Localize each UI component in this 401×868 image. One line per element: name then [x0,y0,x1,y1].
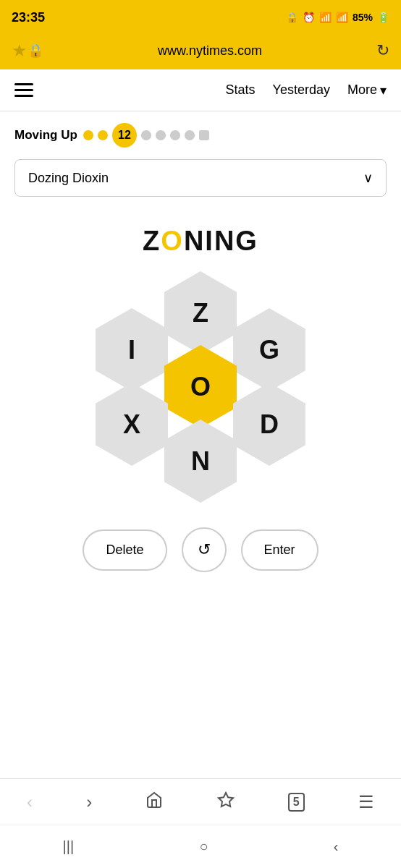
dots-container: 12 [83,123,209,148]
signal-icon: 📶 [336,12,348,23]
status-bar: 23:35 🔒 ⏰ 📶 📶 85% 🔋 [0,0,401,35]
action-buttons: Delete ↺ Enter [0,504,401,587]
game-word-section: ZONING [0,208,401,265]
lock-small-icon: 🔒 [286,12,298,23]
star-icon[interactable]: ★ [12,41,28,61]
moving-up-section: Moving Up 12 [0,111,401,153]
reset-button[interactable]: ↺ [182,527,227,572]
bookmark-button[interactable] [217,791,235,813]
dot-4 [141,130,151,140]
nav-links: Stats Yesterday More ▾ [226,82,387,98]
dot-5 [156,130,166,140]
dot-2 [98,130,108,140]
word-highlight: O [161,226,184,256]
chevron-down-icon: ▾ [380,82,387,98]
word-before: Z [143,226,161,256]
delete-button[interactable]: Delete [83,529,166,571]
hex-center-letter: O [190,374,211,400]
dropdown-box[interactable]: Dozing Dioxin ∨ [14,159,387,197]
tabs-button[interactable]: 5 [288,793,305,812]
hamburger-menu[interactable] [14,83,33,97]
dot-6 [170,130,180,140]
word-after: NING [184,226,258,256]
more-label: More [347,82,377,98]
enter-button[interactable]: Enter [241,529,318,571]
moving-up-row: Moving Up 12 [14,123,387,148]
battery-text: 85% [353,12,373,23]
hex-bottom-right[interactable]: D [233,383,305,466]
hamburger-line [14,95,33,97]
dot-active: 12 [112,123,137,148]
home-system-button[interactable]: ○ [199,838,208,855]
dot-7 [185,130,195,140]
dropdown-chevron: ∨ [363,170,373,186]
hex-top-left[interactable]: I [96,308,168,391]
status-icons: 🔒 ⏰ 📶 📶 85% 🔋 [286,12,389,23]
back-system-button[interactable]: ‹ [334,838,339,855]
honeycomb-section: Z I G O X D N [0,265,401,504]
reset-icon: ↺ [198,540,211,559]
url-bar: ★ 🔒 www.nytimes.com ↻ [0,35,401,69]
recent-apps-button[interactable]: ||| [63,838,75,855]
menu-button[interactable]: ☰ [358,792,374,812]
back-button[interactable]: ‹ [27,792,33,812]
status-time: 23:35 [12,10,45,25]
dot-1 [83,130,93,140]
forward-button[interactable]: › [86,792,92,812]
nav-bar: Stats Yesterday More ▾ [0,69,401,111]
hex-top[interactable]: Z [164,271,237,354]
hex-bottom-left[interactable]: X [96,383,168,466]
hex-top-right-letter: G [259,337,279,363]
dropdown-section: Dozing Dioxin ∨ [0,153,401,208]
home-button[interactable] [145,791,163,813]
svg-marker-0 [219,793,233,807]
bottom-nav: ‹ › 5 ☰ [0,778,401,825]
hex-top-letter: Z [193,300,208,326]
more-dropdown[interactable]: More ▾ [347,82,387,98]
hamburger-line [14,83,33,85]
hex-center[interactable]: O [164,345,237,428]
hex-bottom-left-letter: X [123,412,140,438]
hex-top-right[interactable]: G [233,308,305,391]
alarm-icon: ⏰ [303,12,315,23]
dropdown-value: Dozing Dioxin [28,171,109,186]
refresh-icon[interactable]: ↻ [376,41,389,60]
stats-link[interactable]: Stats [226,82,256,98]
system-nav: ||| ○ ‹ [0,825,401,868]
yesterday-link[interactable]: Yesterday [273,82,330,98]
hex-top-left-letter: I [128,337,135,363]
hex-bottom[interactable]: N [164,420,237,503]
moving-up-label: Moving Up [14,128,77,142]
battery-icon: 🔋 [377,12,389,23]
game-word: ZONING [0,226,401,257]
url-text[interactable]: www.nytimes.com [43,43,376,59]
lock-icon: 🔒 [28,43,43,59]
wifi-icon: 📶 [319,12,332,23]
honeycomb: Z I G O X D N [85,280,316,497]
dot-square [199,130,209,140]
hamburger-line [14,89,33,91]
hex-bottom-right-letter: D [260,412,279,438]
hex-bottom-letter: N [191,448,210,475]
